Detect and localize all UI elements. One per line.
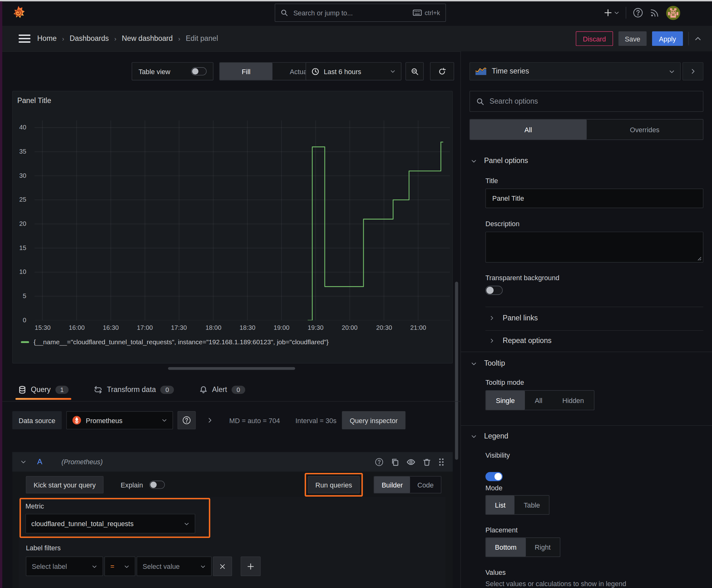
chevron-down-icon: [471, 361, 477, 366]
toggle-visibility-icon[interactable]: [407, 457, 416, 466]
options-search-input[interactable]: [489, 97, 696, 106]
query-card: A (Prometheus) Kick start your query Exp…: [12, 452, 453, 588]
apply-button[interactable]: Apply: [652, 31, 683, 46]
duplicate-query-icon[interactable]: [391, 458, 399, 466]
options-search[interactable]: [470, 91, 704, 112]
panel-options-header[interactable]: Panel options: [471, 157, 528, 165]
metric-select[interactable]: cloudflared_tunnel_total_requests: [25, 514, 195, 533]
breadcrumb-dashboards[interactable]: Dashboards: [70, 35, 109, 43]
collapse-options-button[interactable]: [683, 62, 704, 80]
refresh-button[interactable]: [430, 62, 454, 80]
query-inspector-button[interactable]: Query inspector: [342, 411, 405, 429]
query-header[interactable]: A (Prometheus): [12, 452, 453, 471]
new-menu-button[interactable]: [604, 8, 619, 17]
remove-filter-button[interactable]: [213, 556, 232, 576]
tooltip-header[interactable]: Tooltip: [471, 359, 505, 368]
table-view-toggle[interactable]: [191, 67, 207, 76]
fill-option[interactable]: Fill: [220, 63, 273, 80]
panel-title-input[interactable]: [486, 188, 703, 208]
editor-tabs: Query 1 Transform data 0 Alert 0: [0, 378, 460, 401]
time-range-label: Last 6 hours: [324, 67, 386, 76]
select-value-dropdown[interactable]: Select value: [136, 556, 212, 576]
legend-header[interactable]: Legend: [471, 432, 508, 440]
legend-right-option[interactable]: Right: [525, 538, 560, 556]
repeat-options-header[interactable]: Repeat options: [489, 337, 552, 345]
tooltip-single-option[interactable]: Single: [486, 391, 525, 410]
chevron-down-icon: [162, 417, 167, 423]
chevron-down-icon: [471, 158, 477, 164]
breadcrumb-home[interactable]: Home: [37, 35, 57, 43]
pane-resize-handle[interactable]: [168, 367, 295, 370]
menu-toggle[interactable]: [19, 35, 30, 43]
active-tab-underline: [15, 398, 71, 400]
tab-transform[interactable]: Transform data 0: [94, 385, 174, 394]
select-label-dropdown[interactable]: Select label: [26, 556, 103, 576]
title-label: Title: [486, 177, 498, 185]
user-avatar[interactable]: [666, 6, 680, 20]
delete-query-icon[interactable]: [423, 458, 431, 466]
operator-dropdown[interactable]: =: [105, 556, 135, 576]
code-option[interactable]: Code: [410, 477, 441, 493]
tooltip-all-option[interactable]: All: [525, 391, 553, 410]
drag-handle-icon[interactable]: [438, 457, 445, 466]
filter-all-option[interactable]: All: [470, 119, 586, 140]
tooltip-hidden-option[interactable]: Hidden: [552, 391, 594, 410]
builder-option[interactable]: Builder: [374, 477, 410, 493]
transparent-bg-toggle[interactable]: [486, 286, 503, 295]
window-left-edge: [0, 1, 2, 588]
chart-plot[interactable]: [35, 120, 450, 320]
visualization-picker[interactable]: Time series: [470, 62, 681, 80]
expand-stats-icon[interactable]: [207, 417, 213, 423]
tab-alert-count: 0: [232, 385, 245, 394]
label-filters-label: Label filters: [26, 544, 61, 551]
time-range-picker[interactable]: Last 6 hours: [305, 62, 401, 80]
chevron-down-icon: [669, 68, 675, 75]
add-filter-button[interactable]: [241, 556, 261, 576]
options-filter-switch: All Overrides: [470, 119, 704, 140]
metric-label: Metric: [25, 502, 44, 510]
legend-mode-label: Mode: [486, 484, 502, 491]
transform-icon: [94, 385, 102, 394]
breadcrumb: Home › Dashboards › New dashboard › Edit…: [37, 26, 218, 51]
tab-alert[interactable]: Alert 0: [199, 385, 245, 394]
panel-links-header[interactable]: Panel links: [489, 314, 538, 322]
datasource-picker[interactable]: Prometheus: [66, 411, 173, 429]
timeseries-viz-icon: [475, 67, 486, 76]
panel-title[interactable]: Panel Title: [17, 97, 51, 105]
kickstart-button[interactable]: Kick start your query: [26, 476, 103, 493]
collapse-query-icon[interactable]: [20, 459, 26, 465]
help-icon[interactable]: [632, 7, 644, 18]
breadcrumb-new-dashboard[interactable]: New dashboard: [122, 35, 173, 43]
save-button[interactable]: Save: [619, 31, 647, 46]
tab-query[interactable]: Query 1: [18, 378, 69, 401]
tab-query-label: Query: [31, 385, 50, 394]
description-textarea[interactable]: [486, 232, 703, 262]
collapse-header-icon[interactable]: [694, 35, 702, 42]
discard-button[interactable]: Discard: [576, 31, 613, 46]
global-search[interactable]: ctrl+k: [275, 4, 446, 22]
resize-grip-icon[interactable]: [697, 256, 701, 261]
grafana-logo[interactable]: [11, 5, 26, 20]
legend-bottom-option[interactable]: Bottom: [486, 538, 526, 556]
zoom-out-button[interactable]: [406, 62, 424, 80]
legend-visibility-toggle[interactable]: [486, 472, 503, 481]
header-actions: Discard Save Apply: [576, 31, 702, 46]
run-queries-button[interactable]: Run queries: [308, 476, 360, 493]
chevron-down-icon: [200, 564, 206, 569]
datasource-help-button[interactable]: [177, 411, 196, 429]
filter-overrides-option[interactable]: Overrides: [586, 119, 703, 140]
news-rss-icon[interactable]: [650, 8, 660, 18]
series-line: [308, 142, 443, 320]
chevron-down-icon: [614, 10, 619, 15]
database-icon: [18, 385, 26, 394]
query-help-icon[interactable]: [374, 457, 384, 466]
series-label[interactable]: {__name__="cloudflared_tunnel_total_requ…: [34, 339, 329, 346]
legend-list-option[interactable]: List: [486, 496, 515, 514]
legend-table-option[interactable]: Table: [515, 496, 549, 514]
search-input[interactable]: [292, 8, 408, 17]
panel-preview: Panel Title 0510152025303540 15:3016:001…: [12, 91, 453, 363]
left-pane-scrollbar[interactable]: [455, 282, 458, 460]
chevron-down-icon: [124, 564, 129, 569]
explain-toggle[interactable]: [149, 481, 165, 489]
run-queries-highlight: Run queries: [304, 473, 363, 497]
